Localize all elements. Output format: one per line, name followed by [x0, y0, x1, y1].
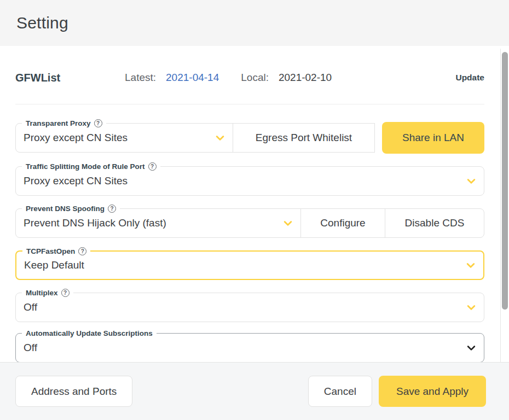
- settings-scroll-area: GFWList Latest: 2021-04-14 Local: 2021-0…: [0, 46, 509, 362]
- selected-value: Prevent DNS Hijack Only (fast): [16, 217, 282, 229]
- share-in-lan-button[interactable]: Share in LAN: [382, 122, 484, 154]
- field-label: Automatically Update Subscriptions: [22, 328, 157, 339]
- transparent-proxy-select[interactable]: Transparent Proxy ? Proxy except CN Site…: [15, 123, 233, 153]
- field-row-auto-update-subscriptions: Automatically Update Subscriptions Off: [15, 333, 484, 362]
- latest-date-link[interactable]: 2021-04-14: [166, 72, 219, 84]
- field-row-multiplex: Multiplex ? Off: [15, 293, 484, 322]
- selected-value: Off: [16, 301, 466, 313]
- auto-update-subscriptions-select[interactable]: Automatically Update Subscriptions Off: [15, 333, 484, 362]
- latest-label: Latest:: [125, 72, 156, 84]
- field-row-traffic-splitting: Traffic Splitting Mode of Rule Port ? Pr…: [15, 166, 484, 196]
- divider: [15, 104, 484, 104]
- chevron-down-icon: [465, 260, 476, 271]
- selected-value: Off: [16, 342, 466, 354]
- prevent-dns-spoofing-select[interactable]: Prevent DNS Spoofing ? Prevent DNS Hijac…: [15, 208, 301, 238]
- multiplex-select[interactable]: Multiplex ? Off: [15, 293, 484, 322]
- selected-value: Proxy except CN Sites: [16, 175, 466, 187]
- field-label: Transparent Proxy ?: [22, 118, 106, 129]
- dialog-footer: Address and Ports Cancel Save and Apply: [0, 362, 509, 420]
- gfwlist-row: GFWList Latest: 2021-04-14 Local: 2021-0…: [15, 67, 484, 89]
- chevron-down-icon: [466, 342, 477, 353]
- chevron-down-icon: [215, 132, 225, 143]
- disable-cds-button[interactable]: Disable CDS: [385, 208, 484, 238]
- field-label: Multiplex ?: [22, 288, 73, 298]
- scroll-area-border: [500, 49, 501, 362]
- field-row-tcpfastopen: TCPFastOpen ? Keep Default: [15, 250, 484, 280]
- address-and-ports-button[interactable]: Address and Ports: [15, 376, 132, 407]
- configure-button[interactable]: Configure: [300, 208, 385, 238]
- scrollbar-thumb[interactable]: [502, 52, 508, 310]
- help-icon[interactable]: ?: [108, 205, 116, 213]
- page-title: Setting: [16, 14, 68, 32]
- gfwlist-title: GFWList: [15, 72, 125, 84]
- traffic-splitting-select[interactable]: Traffic Splitting Mode of Rule Port ? Pr…: [15, 166, 484, 196]
- chevron-down-icon: [466, 176, 477, 186]
- chevron-down-icon: [466, 302, 477, 313]
- dialog-header: Setting: [0, 0, 509, 46]
- selected-value: Proxy except CN Sites: [16, 132, 215, 144]
- field-row-prevent-dns-spoofing: Prevent DNS Spoofing ? Prevent DNS Hijac…: [15, 208, 484, 238]
- save-and-apply-button[interactable]: Save and Apply: [379, 376, 486, 407]
- cancel-button[interactable]: Cancel: [308, 376, 372, 407]
- help-icon[interactable]: ?: [61, 289, 70, 297]
- tcpfastopen-select[interactable]: TCPFastOpen ? Keep Default: [15, 250, 484, 280]
- help-icon[interactable]: ?: [94, 119, 102, 127]
- field-label: TCPFastOpen ?: [22, 246, 90, 256]
- help-icon[interactable]: ?: [148, 162, 157, 171]
- local-label: Local:: [241, 72, 269, 84]
- field-label: Traffic Splitting Mode of Rule Port ?: [22, 161, 160, 172]
- local-date: 2021-02-10: [279, 72, 332, 84]
- selected-value: Keep Default: [16, 259, 465, 271]
- field-row-transparent-proxy: Transparent Proxy ? Proxy except CN Site…: [15, 122, 484, 154]
- egress-port-whitelist-button[interactable]: Egress Port Whitelist: [233, 123, 375, 153]
- chevron-down-icon: [282, 218, 293, 229]
- field-label: Prevent DNS Spoofing ?: [22, 203, 120, 214]
- help-icon[interactable]: ?: [78, 247, 86, 255]
- update-button[interactable]: Update: [455, 73, 484, 83]
